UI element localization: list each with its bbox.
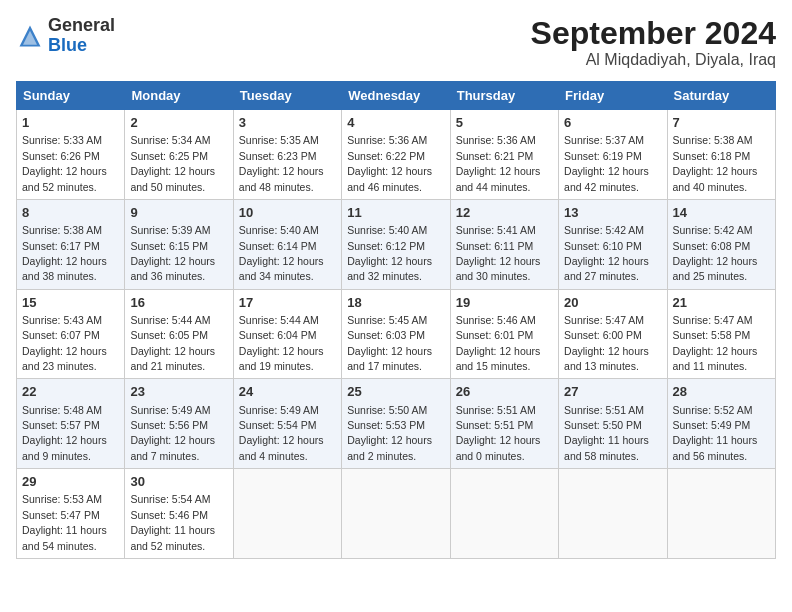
cell-sun-info: Sunrise: 5:38 AMSunset: 6:18 PMDaylight:… <box>673 134 758 192</box>
cell-sun-info: Sunrise: 5:39 AMSunset: 6:15 PMDaylight:… <box>130 224 215 282</box>
day-number: 22 <box>22 383 119 401</box>
day-number: 7 <box>673 114 770 132</box>
day-number: 14 <box>673 204 770 222</box>
cell-sun-info: Sunrise: 5:35 AMSunset: 6:23 PMDaylight:… <box>239 134 324 192</box>
cell-sun-info: Sunrise: 5:43 AMSunset: 6:07 PMDaylight:… <box>22 314 107 372</box>
calendar-cell: 27Sunrise: 5:51 AMSunset: 5:50 PMDayligh… <box>559 379 667 469</box>
cell-sun-info: Sunrise: 5:37 AMSunset: 6:19 PMDaylight:… <box>564 134 649 192</box>
calendar-cell: 19Sunrise: 5:46 AMSunset: 6:01 PMDayligh… <box>450 289 558 379</box>
calendar-cell: 7Sunrise: 5:38 AMSunset: 6:18 PMDaylight… <box>667 110 775 200</box>
calendar-cell: 8Sunrise: 5:38 AMSunset: 6:17 PMDaylight… <box>17 199 125 289</box>
calendar-cell: 11Sunrise: 5:40 AMSunset: 6:12 PMDayligh… <box>342 199 450 289</box>
cell-sun-info: Sunrise: 5:38 AMSunset: 6:17 PMDaylight:… <box>22 224 107 282</box>
cell-sun-info: Sunrise: 5:40 AMSunset: 6:12 PMDaylight:… <box>347 224 432 282</box>
cell-sun-info: Sunrise: 5:47 AMSunset: 5:58 PMDaylight:… <box>673 314 758 372</box>
weekday-header-thursday: Thursday <box>450 82 558 110</box>
calendar-table: SundayMondayTuesdayWednesdayThursdayFrid… <box>16 81 776 559</box>
calendar-cell: 9Sunrise: 5:39 AMSunset: 6:15 PMDaylight… <box>125 199 233 289</box>
cell-sun-info: Sunrise: 5:44 AMSunset: 6:04 PMDaylight:… <box>239 314 324 372</box>
calendar-cell: 3Sunrise: 5:35 AMSunset: 6:23 PMDaylight… <box>233 110 341 200</box>
calendar-cell: 25Sunrise: 5:50 AMSunset: 5:53 PMDayligh… <box>342 379 450 469</box>
calendar-cell: 21Sunrise: 5:47 AMSunset: 5:58 PMDayligh… <box>667 289 775 379</box>
calendar-week-row: 29Sunrise: 5:53 AMSunset: 5:47 PMDayligh… <box>17 469 776 559</box>
calendar-cell: 12Sunrise: 5:41 AMSunset: 6:11 PMDayligh… <box>450 199 558 289</box>
day-number: 21 <box>673 294 770 312</box>
calendar-cell: 13Sunrise: 5:42 AMSunset: 6:10 PMDayligh… <box>559 199 667 289</box>
logo-general-text: General <box>48 15 115 35</box>
cell-sun-info: Sunrise: 5:48 AMSunset: 5:57 PMDaylight:… <box>22 404 107 462</box>
day-number: 25 <box>347 383 444 401</box>
calendar-cell: 15Sunrise: 5:43 AMSunset: 6:07 PMDayligh… <box>17 289 125 379</box>
cell-sun-info: Sunrise: 5:49 AMSunset: 5:56 PMDaylight:… <box>130 404 215 462</box>
calendar-cell <box>450 469 558 559</box>
day-number: 1 <box>22 114 119 132</box>
day-number: 19 <box>456 294 553 312</box>
calendar-cell: 16Sunrise: 5:44 AMSunset: 6:05 PMDayligh… <box>125 289 233 379</box>
day-number: 16 <box>130 294 227 312</box>
cell-sun-info: Sunrise: 5:42 AMSunset: 6:08 PMDaylight:… <box>673 224 758 282</box>
day-number: 9 <box>130 204 227 222</box>
calendar-week-row: 1Sunrise: 5:33 AMSunset: 6:26 PMDaylight… <box>17 110 776 200</box>
calendar-cell: 26Sunrise: 5:51 AMSunset: 5:51 PMDayligh… <box>450 379 558 469</box>
logo: General Blue <box>16 16 115 56</box>
day-number: 20 <box>564 294 661 312</box>
day-number: 4 <box>347 114 444 132</box>
calendar-cell: 6Sunrise: 5:37 AMSunset: 6:19 PMDaylight… <box>559 110 667 200</box>
calendar-cell: 17Sunrise: 5:44 AMSunset: 6:04 PMDayligh… <box>233 289 341 379</box>
cell-sun-info: Sunrise: 5:47 AMSunset: 6:00 PMDaylight:… <box>564 314 649 372</box>
calendar-cell: 22Sunrise: 5:48 AMSunset: 5:57 PMDayligh… <box>17 379 125 469</box>
calendar-cell: 29Sunrise: 5:53 AMSunset: 5:47 PMDayligh… <box>17 469 125 559</box>
day-number: 30 <box>130 473 227 491</box>
calendar-cell: 20Sunrise: 5:47 AMSunset: 6:00 PMDayligh… <box>559 289 667 379</box>
cell-sun-info: Sunrise: 5:50 AMSunset: 5:53 PMDaylight:… <box>347 404 432 462</box>
day-number: 28 <box>673 383 770 401</box>
calendar-cell: 2Sunrise: 5:34 AMSunset: 6:25 PMDaylight… <box>125 110 233 200</box>
logo-icon <box>16 22 44 50</box>
day-number: 12 <box>456 204 553 222</box>
cell-sun-info: Sunrise: 5:51 AMSunset: 5:50 PMDaylight:… <box>564 404 649 462</box>
header: General Blue September 2024 Al Miqdadiya… <box>16 16 776 69</box>
month-title: September 2024 <box>531 16 776 51</box>
calendar-week-row: 22Sunrise: 5:48 AMSunset: 5:57 PMDayligh… <box>17 379 776 469</box>
cell-sun-info: Sunrise: 5:41 AMSunset: 6:11 PMDaylight:… <box>456 224 541 282</box>
calendar-cell <box>342 469 450 559</box>
cell-sun-info: Sunrise: 5:44 AMSunset: 6:05 PMDaylight:… <box>130 314 215 372</box>
weekday-header-saturday: Saturday <box>667 82 775 110</box>
cell-sun-info: Sunrise: 5:53 AMSunset: 5:47 PMDaylight:… <box>22 493 107 551</box>
day-number: 27 <box>564 383 661 401</box>
cell-sun-info: Sunrise: 5:34 AMSunset: 6:25 PMDaylight:… <box>130 134 215 192</box>
calendar-cell <box>233 469 341 559</box>
title-area: September 2024 Al Miqdadiyah, Diyala, Ir… <box>531 16 776 69</box>
calendar-cell: 18Sunrise: 5:45 AMSunset: 6:03 PMDayligh… <box>342 289 450 379</box>
day-number: 2 <box>130 114 227 132</box>
calendar-cell: 10Sunrise: 5:40 AMSunset: 6:14 PMDayligh… <box>233 199 341 289</box>
cell-sun-info: Sunrise: 5:45 AMSunset: 6:03 PMDaylight:… <box>347 314 432 372</box>
cell-sun-info: Sunrise: 5:40 AMSunset: 6:14 PMDaylight:… <box>239 224 324 282</box>
cell-sun-info: Sunrise: 5:36 AMSunset: 6:22 PMDaylight:… <box>347 134 432 192</box>
day-number: 11 <box>347 204 444 222</box>
calendar-cell <box>559 469 667 559</box>
cell-sun-info: Sunrise: 5:42 AMSunset: 6:10 PMDaylight:… <box>564 224 649 282</box>
day-number: 8 <box>22 204 119 222</box>
day-number: 29 <box>22 473 119 491</box>
weekday-header-tuesday: Tuesday <box>233 82 341 110</box>
day-number: 6 <box>564 114 661 132</box>
cell-sun-info: Sunrise: 5:52 AMSunset: 5:49 PMDaylight:… <box>673 404 758 462</box>
calendar-cell: 4Sunrise: 5:36 AMSunset: 6:22 PMDaylight… <box>342 110 450 200</box>
cell-sun-info: Sunrise: 5:49 AMSunset: 5:54 PMDaylight:… <box>239 404 324 462</box>
day-number: 17 <box>239 294 336 312</box>
location-title: Al Miqdadiyah, Diyala, Iraq <box>531 51 776 69</box>
weekday-header-monday: Monday <box>125 82 233 110</box>
calendar-cell: 23Sunrise: 5:49 AMSunset: 5:56 PMDayligh… <box>125 379 233 469</box>
calendar-cell: 1Sunrise: 5:33 AMSunset: 6:26 PMDaylight… <box>17 110 125 200</box>
day-number: 18 <box>347 294 444 312</box>
calendar-cell: 24Sunrise: 5:49 AMSunset: 5:54 PMDayligh… <box>233 379 341 469</box>
cell-sun-info: Sunrise: 5:46 AMSunset: 6:01 PMDaylight:… <box>456 314 541 372</box>
calendar-week-row: 15Sunrise: 5:43 AMSunset: 6:07 PMDayligh… <box>17 289 776 379</box>
day-number: 3 <box>239 114 336 132</box>
weekday-header-sunday: Sunday <box>17 82 125 110</box>
day-number: 10 <box>239 204 336 222</box>
cell-sun-info: Sunrise: 5:54 AMSunset: 5:46 PMDaylight:… <box>130 493 215 551</box>
weekday-header-wednesday: Wednesday <box>342 82 450 110</box>
weekday-header-friday: Friday <box>559 82 667 110</box>
